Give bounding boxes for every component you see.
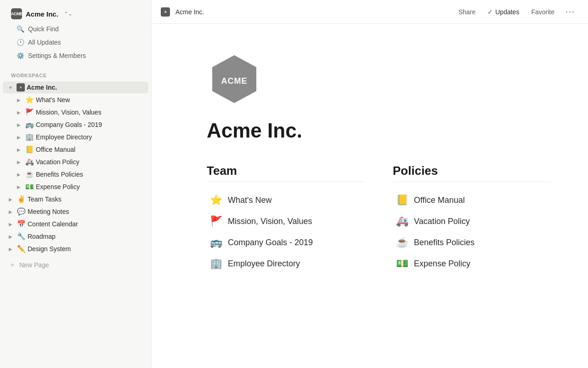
topbar: A Acme Inc. Share ✓ Updates Favorite ···: [152, 0, 588, 24]
updates-button[interactable]: ✓ Updates: [483, 6, 524, 18]
ambulance-icon: 🚑: [396, 215, 408, 227]
workspace-title[interactable]: ACME Acme Inc. ⌃⌄: [6, 6, 145, 22]
chevron-right-icon[interactable]: ▶: [15, 121, 23, 129]
chevron-right-icon[interactable]: ▶: [15, 170, 23, 178]
team-link-employee-directory[interactable]: 🏢 Employee Directory: [207, 253, 365, 274]
calendar-icon: 📅: [17, 220, 26, 228]
sidebar-quick-find[interactable]: 🔍 Quick Find: [10, 23, 141, 35]
page-title: Acme Inc.: [207, 120, 551, 142]
peace-icon: ✌️: [17, 195, 26, 203]
building-icon: 🏢: [25, 133, 34, 141]
chat-icon: 💬: [17, 207, 26, 216]
sidebar-item-team-tasks[interactable]: ▶ ✌️ Team Tasks: [3, 193, 148, 205]
page-content: ACME Acme Inc. Team ⭐ What's New 🚩 Missi…: [152, 24, 588, 368]
sidebar-item-design-system[interactable]: ▶ ✏️ Design System: [3, 243, 148, 255]
chevron-right-icon[interactable]: ▶: [6, 207, 15, 216]
sidebar-office-manual-label: Office Manual: [36, 146, 75, 153]
team-heading: Team: [207, 164, 365, 182]
sidebar-item-whats-new[interactable]: ▶ ⭐ What's New: [11, 94, 148, 106]
chevron-right-icon[interactable]: ▶: [15, 183, 23, 191]
wrench-icon: 🔧: [17, 232, 26, 241]
sidebar-all-updates[interactable]: 🕐 All Updates: [10, 36, 141, 49]
sidebar-design-system-label: Design System: [28, 245, 71, 253]
notebook-icon: 📒: [25, 145, 34, 154]
team-link-mission-label: Mission, Vision, Values: [228, 217, 312, 226]
policy-link-benefits[interactable]: ☕ Benefits Policies: [393, 232, 551, 253]
acme-hexagon-logo: ACME: [207, 52, 262, 107]
favorite-button[interactable]: Favorite: [526, 6, 559, 18]
sidebar-vacation-policy-label: Vacation Policy: [36, 158, 79, 166]
bus-icon: 🚌: [25, 121, 34, 129]
sidebar-acme-label: Acme Inc.: [27, 84, 57, 91]
team-link-mission[interactable]: 🚩 Mission, Vision, Values: [207, 211, 365, 232]
chevron-right-icon[interactable]: ▶: [15, 158, 23, 166]
star-icon: ⭐: [209, 194, 222, 206]
pencil-icon: ✏️: [17, 245, 26, 253]
team-link-whats-new[interactable]: ⭐ What's New: [207, 190, 365, 211]
sidebar-meeting-notes-label: Meeting Notes: [28, 208, 69, 215]
policy-link-vacation[interactable]: 🚑 Vacation Policy: [393, 211, 551, 232]
team-link-company-goals-label: Company Goals - 2019: [228, 238, 313, 247]
sidebar-item-employee-directory[interactable]: ▶ 🏢 Employee Directory: [11, 131, 148, 143]
chevron-right-icon[interactable]: ▶: [6, 195, 15, 203]
sidebar-item-expense-policy[interactable]: ▶ 💵 Expense Policy: [11, 181, 148, 193]
policy-link-benefits-label: Benefits Policies: [414, 238, 475, 247]
money-icon: 💵: [396, 258, 408, 270]
flag-icon: 🚩: [25, 108, 34, 116]
sidebar-settings-members[interactable]: ⚙️ Settings & Members: [10, 49, 141, 62]
sidebar-item-vacation-policy[interactable]: ▶ 🚑 Vacation Policy: [11, 156, 148, 168]
svg-text:ACME: ACME: [221, 76, 248, 86]
sidebar-mission-label: Mission, Vision, Values: [36, 109, 102, 116]
sidebar-benefits-policies-label: Benefits Policies: [36, 171, 83, 178]
acme-small-logo: A: [17, 83, 25, 92]
updates-label: Updates: [495, 8, 519, 16]
team-link-company-goals[interactable]: 🚌 Company Goals - 2019: [207, 232, 365, 253]
chevron-right-icon[interactable]: ▶: [15, 133, 23, 141]
favorite-label: Favorite: [531, 8, 554, 16]
chevron-right-icon[interactable]: ▶: [6, 245, 15, 253]
sidebar-item-content-calendar[interactable]: ▶ 📅 Content Calendar: [3, 218, 148, 230]
chevron-right-icon[interactable]: ▶: [15, 145, 23, 154]
sidebar-item-roadmap[interactable]: ▶ 🔧 Roadmap: [3, 230, 148, 242]
topbar-logo: A: [161, 7, 170, 17]
add-new-page[interactable]: ＋ New Page: [3, 258, 148, 272]
policies-column: Policies 📒 Office Manual 🚑 Vacation Poli…: [393, 164, 551, 274]
sidebar-item-benefits-policies[interactable]: ▶ ☕ Benefits Policies: [11, 168, 148, 180]
main-content: A Acme Inc. Share ✓ Updates Favorite ···…: [152, 0, 588, 368]
plus-icon: ＋: [9, 261, 16, 269]
team-link-employee-directory-label: Employee Directory: [228, 259, 300, 269]
workspace-logo: ACME: [11, 8, 22, 19]
workspace-label: WORKSPACE: [0, 66, 151, 80]
sidebar-item-meeting-notes[interactable]: ▶ 💬 Meeting Notes: [3, 206, 148, 218]
policy-link-expense[interactable]: 💵 Expense Policy: [393, 253, 551, 274]
all-updates-label: All Updates: [28, 39, 61, 46]
share-label: Share: [458, 8, 475, 16]
chevron-down-icon[interactable]: ▼: [6, 83, 15, 92]
sidebar: ACME Acme Inc. ⌃⌄ 🔍 Quick Find 🕐 All Upd…: [0, 0, 152, 368]
more-options-button[interactable]: ···: [562, 5, 579, 19]
sidebar-item-mission[interactable]: ▶ 🚩 Mission, Vision, Values: [11, 106, 148, 118]
policy-link-vacation-label: Vacation Policy: [414, 217, 470, 226]
sidebar-item-office-manual[interactable]: ▶ 📒 Office Manual: [11, 144, 148, 155]
sidebar-item-company-goals[interactable]: ▶ 🚌 Company Goals - 2019: [11, 119, 148, 131]
content-columns: Team ⭐ What's New 🚩 Mission, Vision, Val…: [207, 164, 551, 274]
ambulance-icon: 🚑: [25, 158, 34, 166]
topbar-actions: Share ✓ Updates Favorite ···: [454, 5, 579, 19]
chevron-right-icon[interactable]: ▶: [6, 220, 15, 228]
sidebar-whats-new-label: What's New: [36, 96, 70, 104]
chevron-right-icon[interactable]: ▶: [15, 96, 23, 104]
building-icon: 🏢: [209, 258, 222, 270]
share-button[interactable]: Share: [454, 6, 480, 18]
policy-link-office-manual[interactable]: 📒 Office Manual: [393, 190, 551, 211]
sidebar-item-acme-inc[interactable]: ▼ A Acme Inc.: [3, 81, 148, 93]
notebook-icon: 📒: [396, 194, 408, 206]
chevron-right-icon[interactable]: ▶: [15, 108, 23, 116]
search-icon: 🔍: [17, 25, 24, 33]
chevron-right-icon[interactable]: ▶: [6, 232, 15, 241]
team-link-whats-new-label: What's New: [228, 196, 271, 205]
policy-link-expense-label: Expense Policy: [414, 259, 470, 269]
tree-section: ▼ A Acme Inc. ▶ ⭐ What's New ▶ 🚩 Mission…: [0, 80, 151, 256]
coffee-icon: ☕: [396, 236, 408, 248]
flag-icon: 🚩: [209, 215, 222, 227]
settings-icon: ⚙️: [17, 52, 24, 59]
